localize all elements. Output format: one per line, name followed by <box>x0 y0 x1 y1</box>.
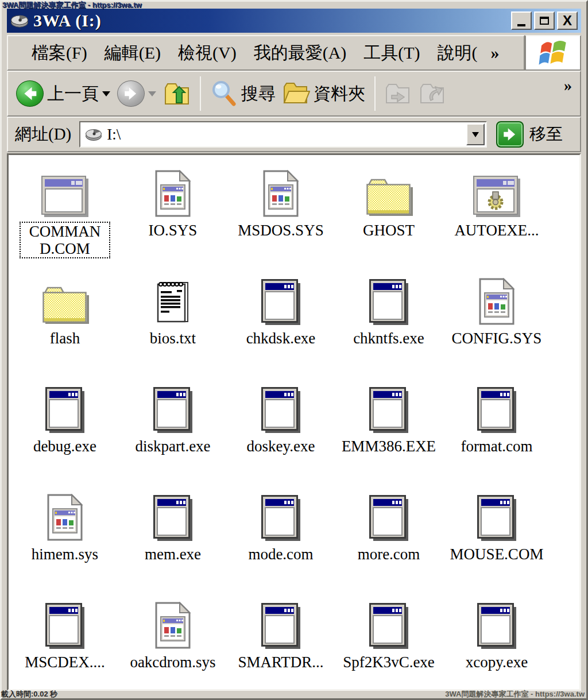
file-item[interactable]: MSCDEX.... <box>11 588 119 691</box>
file-item[interactable]: AUTOEXE... <box>443 156 551 264</box>
up-button[interactable] <box>160 80 194 107</box>
sysfile-icon <box>262 163 299 217</box>
file-item[interactable]: GHOST <box>335 156 443 264</box>
file-label: bios.txt <box>150 330 196 347</box>
forward-dropdown-caret[interactable] <box>148 91 156 100</box>
back-dropdown-caret[interactable] <box>102 91 110 100</box>
explorer-window: 3WA (I:) X 檔案(F) 編輯(E) 檢視(V) 我的最愛(A) 工具(… <box>0 0 588 700</box>
file-item[interactable]: bios.txt <box>119 264 227 372</box>
go-arrow-icon <box>499 123 521 145</box>
doswin-icon <box>45 595 84 649</box>
file-item[interactable]: xcopy.exe <box>443 588 551 691</box>
file-list-area[interactable]: COMMAND.COM IO.SYS MSDOS.SYS GHOST AUTOE… <box>7 153 581 691</box>
close-icon: X <box>563 14 572 28</box>
file-label: format.com <box>461 438 532 455</box>
file-item[interactable]: chkdsk.exe <box>227 264 335 372</box>
minimize-icon <box>517 24 525 26</box>
file-item[interactable]: mem.exe <box>119 480 227 588</box>
file-item[interactable]: more.com <box>335 480 443 588</box>
file-item[interactable]: SMARTDR... <box>227 588 335 691</box>
file-item[interactable]: COMMAND.COM <box>11 156 119 264</box>
go-button[interactable] <box>496 121 524 148</box>
file-label: Spf2K3vC.exe <box>343 653 435 671</box>
window-title: 3WA (I:) <box>33 11 102 30</box>
file-label: COMMAND.COM <box>20 222 110 258</box>
watermark-top: 3WA問題解決專家工作室 - https://3wa.tw <box>2 0 142 10</box>
watermark-bottom: 3WA問題解決專家工作室 - https://3wa.tw <box>445 689 585 699</box>
file-item[interactable]: debug.exe <box>11 372 119 480</box>
file-label: MSDOS.SYS <box>238 222 323 239</box>
file-item[interactable]: oakcdrom.sys <box>119 588 227 691</box>
maximize-button[interactable] <box>534 11 555 30</box>
menu-tools[interactable]: 工具(T) <box>355 39 428 67</box>
address-combobox[interactable]: I:\ <box>79 121 487 148</box>
file-item[interactable]: doskey.exe <box>227 372 335 480</box>
menu-view[interactable]: 檢視(V) <box>169 39 245 67</box>
file-item[interactable]: mode.com <box>227 480 335 588</box>
file-label: diskpart.exe <box>135 438 210 455</box>
file-item[interactable]: MOUSE.COM <box>443 480 551 588</box>
file-item[interactable]: Spf2K3vC.exe <box>335 588 443 691</box>
sysfile-icon <box>154 595 191 649</box>
file-label: himem.sys <box>32 546 98 563</box>
title-bar[interactable]: 3WA (I:) X <box>7 9 581 33</box>
sysfile-icon <box>478 271 515 325</box>
file-item[interactable]: MSDOS.SYS <box>227 156 335 264</box>
file-item[interactable]: format.com <box>443 372 551 480</box>
toolbar: 上一頁 搜尋 資料夾 » <box>7 71 581 117</box>
sysfile-icon <box>154 163 191 217</box>
file-label: MOUSE.COM <box>450 546 544 563</box>
chevron-down-icon <box>472 132 479 141</box>
folders-button[interactable]: 資料夾 <box>279 80 369 107</box>
file-label: more.com <box>358 546 420 563</box>
address-value: I:\ <box>107 126 121 144</box>
file-item[interactable]: IO.SYS <box>119 156 227 264</box>
menu-edit[interactable]: 編輯(E) <box>96 39 169 67</box>
up-folder-icon <box>163 80 191 107</box>
search-label: 搜尋 <box>241 82 276 106</box>
file-item[interactable]: EMM386.EXE <box>335 372 443 480</box>
file-label: AUTOEXE... <box>454 222 539 239</box>
back-button[interactable]: 上一頁 <box>13 80 114 107</box>
minimize-button[interactable] <box>511 11 532 30</box>
drive-icon <box>85 127 102 141</box>
file-label: SMARTDR... <box>238 653 323 671</box>
file-label: flash <box>50 330 80 347</box>
doswin-icon <box>477 595 516 649</box>
address-label: 網址(D) <box>15 123 71 146</box>
folder-icon <box>365 163 413 217</box>
close-button[interactable]: X <box>557 11 578 30</box>
file-item[interactable]: flash <box>11 264 119 372</box>
file-item[interactable]: CONFIG.SYS <box>443 264 551 372</box>
menu-overflow-chevron[interactable]: » <box>486 43 504 63</box>
menu-bar: 檔案(F) 編輯(E) 檢視(V) 我的最愛(A) 工具(T) 說明( » <box>7 35 525 71</box>
file-label: debug.exe <box>33 438 96 455</box>
file-item[interactable]: himem.sys <box>11 480 119 588</box>
toolbar-overflow-chevron[interactable]: » <box>564 76 572 95</box>
forward-arrow-icon <box>120 83 142 105</box>
doswin-icon <box>369 595 408 649</box>
search-icon <box>210 80 238 107</box>
search-button[interactable]: 搜尋 <box>207 80 279 107</box>
folder-icon <box>41 271 89 325</box>
menu-file[interactable]: 檔案(F) <box>23 39 96 67</box>
copy-to-icon <box>419 80 447 107</box>
doswin-icon <box>477 487 516 541</box>
appwin-gears-icon <box>473 163 520 217</box>
notepad-icon <box>156 271 190 325</box>
sysfile-icon <box>47 487 83 541</box>
address-dropdown-button[interactable] <box>466 123 485 145</box>
appwin-icon <box>41 163 88 217</box>
file-label: xcopy.exe <box>466 653 528 671</box>
menu-help[interactable]: 說明( <box>429 39 486 67</box>
file-item[interactable]: chkntfs.exe <box>335 264 443 372</box>
drive-icon <box>10 13 29 28</box>
forward-button[interactable] <box>114 80 160 107</box>
file-label: chkntfs.exe <box>353 330 424 347</box>
doswin-icon <box>369 379 408 433</box>
file-item[interactable]: diskpart.exe <box>119 372 227 480</box>
file-label: oakcdrom.sys <box>130 653 215 671</box>
toolbar-separator <box>200 76 201 111</box>
address-bar: 網址(D) I:\ 移至 <box>7 117 581 152</box>
menu-favorites[interactable]: 我的最愛(A) <box>245 39 355 67</box>
